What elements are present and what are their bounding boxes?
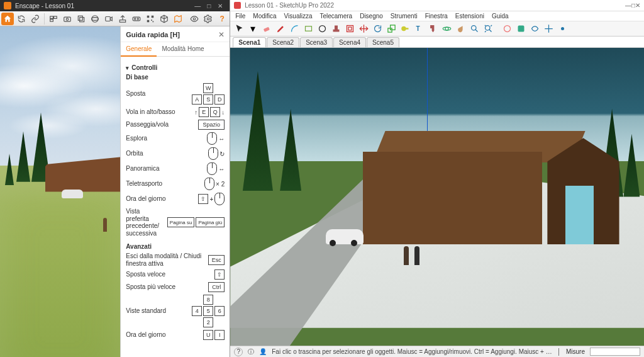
maximize-button[interactable]: □ xyxy=(203,3,214,9)
help-icon[interactable]: ? xyxy=(216,13,228,25)
scene-tab-5[interactable]: Scena5 xyxy=(367,37,399,47)
look-label: Esplora xyxy=(126,135,203,142)
svg-point-19 xyxy=(193,18,196,20)
pan-icon[interactable] xyxy=(454,23,467,35)
status-info-icon[interactable]: ⓘ xyxy=(248,348,254,356)
measure-input[interactable] xyxy=(590,348,640,356)
menu-camera[interactable]: Telecamera xyxy=(319,13,352,20)
rectangle-icon[interactable] xyxy=(302,23,314,35)
dropdown-icon[interactable]: ▾ xyxy=(247,23,259,35)
sync-icon[interactable] xyxy=(15,13,28,25)
minimize-button[interactable]: — xyxy=(625,2,631,9)
minimize-button[interactable]: — xyxy=(192,3,203,9)
enscape-icon-2[interactable] xyxy=(514,23,527,35)
text-icon[interactable]: T xyxy=(413,23,425,35)
link-icon[interactable] xyxy=(29,13,42,25)
multiplier-label: × 2 xyxy=(216,181,225,188)
qr-icon[interactable] xyxy=(144,13,157,25)
statusbar: ? ⓘ 👤 Fai clic o trascina per selezionar… xyxy=(230,346,644,357)
menu-window[interactable]: Finestra xyxy=(425,13,448,20)
svg-rect-16 xyxy=(147,20,150,22)
svg-rect-22 xyxy=(305,26,311,31)
key-4: 4 xyxy=(192,306,202,316)
close-icon[interactable]: ✕ xyxy=(218,30,225,39)
eraser-icon[interactable] xyxy=(260,23,273,35)
map-icon[interactable] xyxy=(172,13,184,25)
vr-icon[interactable] xyxy=(130,13,143,25)
pano-icon[interactable] xyxy=(89,13,101,25)
offset-icon[interactable] xyxy=(343,23,356,35)
svg-rect-6 xyxy=(80,17,84,21)
enscape-icon-3[interactable] xyxy=(528,23,541,35)
zoomextents-icon[interactable] xyxy=(482,23,494,35)
tape-icon[interactable] xyxy=(399,23,411,35)
scene-tab-3[interactable]: Scena3 xyxy=(300,37,333,47)
scale-icon[interactable] xyxy=(385,23,397,35)
controls-heading[interactable]: Controlli xyxy=(126,64,225,71)
svg-rect-18 xyxy=(153,21,154,22)
svg-point-20 xyxy=(207,18,209,20)
status-user-icon[interactable]: 👤 xyxy=(259,348,267,355)
enscape-title: Enscape - Lesson 01 xyxy=(15,3,74,9)
menu-edit[interactable]: Modifica xyxy=(253,13,276,20)
views-icon[interactable] xyxy=(47,13,60,25)
svg-point-8 xyxy=(92,17,99,20)
pencil-icon[interactable] xyxy=(274,23,287,35)
menu-help[interactable]: Guida xyxy=(492,13,509,20)
menu-extensions[interactable]: Estensioni xyxy=(455,13,484,20)
key-w: W xyxy=(203,83,214,93)
preview-icon[interactable] xyxy=(188,13,201,25)
key-5: 5 xyxy=(203,306,213,316)
home-icon[interactable] xyxy=(1,13,14,25)
svg-point-23 xyxy=(319,26,325,32)
enscape-icon-1[interactable] xyxy=(501,23,513,35)
svg-rect-14 xyxy=(147,15,150,18)
menu-tools[interactable]: Strumenti xyxy=(391,13,418,20)
settings-icon[interactable] xyxy=(202,13,214,25)
splitter-icon[interactable]: │ xyxy=(557,348,561,355)
enscape-viewport[interactable] xyxy=(0,26,120,357)
pan-label: Panoramica xyxy=(126,165,203,173)
menu-draw[interactable]: Disegno xyxy=(360,13,383,20)
export-icon[interactable] xyxy=(116,13,129,25)
svg-point-4 xyxy=(66,18,69,20)
menu-view[interactable]: Visualizza xyxy=(284,13,313,20)
select-icon[interactable] xyxy=(233,23,245,35)
paint-icon[interactable] xyxy=(426,23,439,35)
screenshot-icon[interactable] xyxy=(61,13,74,25)
video-icon[interactable] xyxy=(103,13,115,25)
pushpull-icon[interactable] xyxy=(330,23,342,35)
enscape-icon-5[interactable] xyxy=(556,23,569,35)
arc-icon[interactable] xyxy=(288,23,301,35)
close-button[interactable]: ✕ xyxy=(214,3,226,9)
mouse-icon xyxy=(208,147,218,160)
scene-tab-4[interactable]: Scena4 xyxy=(333,37,366,47)
key-q: Q xyxy=(210,107,220,117)
menu-file[interactable]: File xyxy=(235,13,245,20)
tab-home-mode[interactable]: Modalità Home xyxy=(157,42,209,56)
drag-icon: ↔ xyxy=(218,166,225,173)
status-help-icon[interactable]: ? xyxy=(234,348,243,356)
sketchup-viewport[interactable] xyxy=(230,48,644,346)
controls-section[interactable]: Controlli Di base Sposta W A S D Vola xyxy=(126,64,225,340)
advanced-heading: Avanzati xyxy=(126,243,225,250)
key-e: E xyxy=(199,107,209,117)
enscape-icon-4[interactable] xyxy=(542,23,555,35)
svg-rect-2 xyxy=(50,19,53,21)
zoom-icon[interactable] xyxy=(468,23,480,35)
batch-icon[interactable] xyxy=(75,13,87,25)
basic-heading: Di base xyxy=(126,74,225,81)
scene-tab-1[interactable]: Scena1 xyxy=(233,37,266,47)
scene-tab-2[interactable]: Scena2 xyxy=(267,37,299,47)
circle-icon[interactable] xyxy=(316,23,328,35)
close-button[interactable]: ✕ xyxy=(635,2,640,9)
tab-general[interactable]: Generale xyxy=(121,42,157,57)
rotate-icon[interactable] xyxy=(371,23,384,35)
favview-label: Vista preferita precedente/ successiva xyxy=(126,208,164,237)
teleport-label: Teletrasporto xyxy=(126,180,201,188)
sketchup-window: Lesson 01 - SketchUp Pro 2022 — □ ✕ File… xyxy=(230,0,644,357)
cube-icon[interactable] xyxy=(158,13,170,25)
orbit-icon[interactable] xyxy=(440,23,453,35)
move-icon[interactable] xyxy=(357,23,370,35)
stdview-label: Viste standard xyxy=(126,307,188,315)
